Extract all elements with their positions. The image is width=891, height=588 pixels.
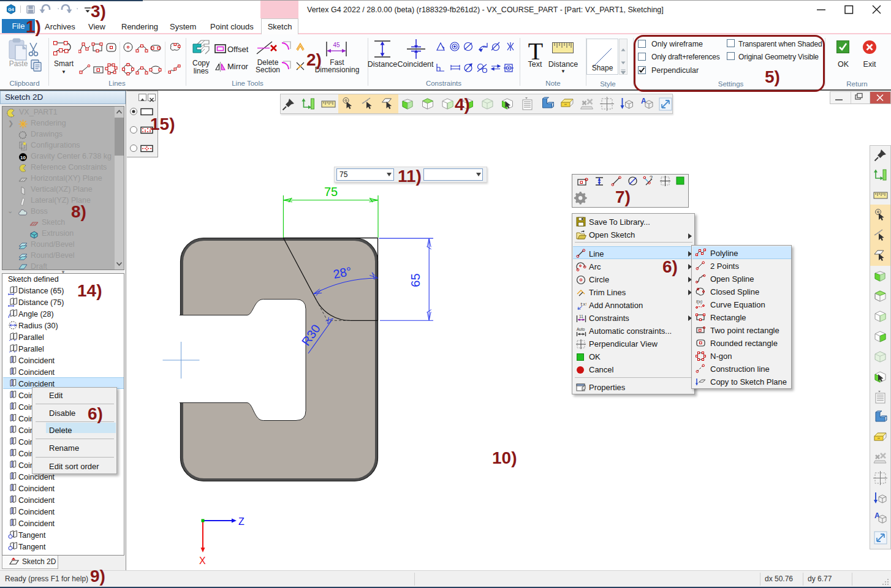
svg-text:Auto: Auto (577, 327, 585, 331)
svg-text:10: 10 (20, 155, 26, 160)
svg-text:txt: txt (580, 302, 586, 307)
svg-text:?: ? (650, 175, 653, 181)
svg-text:65: 65 (409, 273, 422, 287)
svg-text:Z: Z (238, 516, 245, 527)
svg-text:11: 11 (579, 314, 583, 318)
svg-text:f(x): f(x) (696, 300, 702, 304)
svg-text:G4: G4 (8, 7, 13, 12)
svg-text:X: X (199, 556, 206, 566)
svg-text:45: 45 (333, 42, 340, 48)
svg-text:75: 75 (324, 185, 338, 198)
